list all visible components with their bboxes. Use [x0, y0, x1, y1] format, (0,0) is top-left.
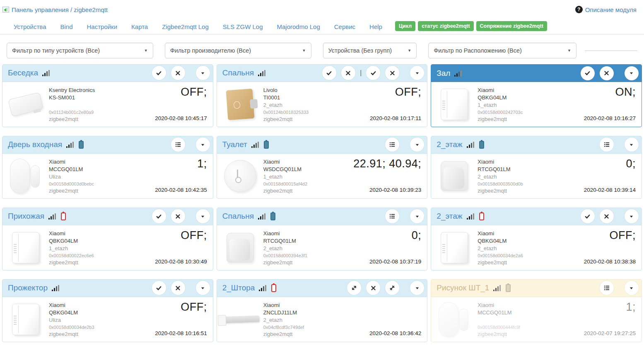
card-title[interactable]: Прихожая [8, 212, 44, 221]
card-title[interactable]: Прожектор [8, 283, 48, 292]
expand-button[interactable] [347, 281, 361, 295]
card-menu-button[interactable] [196, 281, 210, 295]
card-title[interactable]: Дверь входная [8, 140, 62, 149]
card-menu-button[interactable] [196, 138, 210, 152]
list-button[interactable] [600, 138, 614, 152]
card-title[interactable]: Туалет [222, 140, 247, 149]
badge-cycle[interactable]: Цикл [395, 21, 415, 31]
check-button[interactable] [581, 209, 595, 223]
card-title[interactable]: 2_этаж [437, 140, 462, 149]
device-source: zigbee2mqtt [478, 116, 560, 123]
device-info: Xiaomi WSDCGQ01LM 1_etazh 0x00158d00015a… [263, 157, 346, 195]
card-title[interactable]: Зал [437, 69, 450, 78]
tab-zigbee2mqtt-log[interactable]: Zigbee2mqtt Log [155, 19, 216, 36]
device-source: zigbee2mqtt [49, 116, 131, 123]
close-button[interactable] [600, 209, 614, 223]
list-button[interactable] [600, 281, 614, 295]
card-title[interactable]: Спальня [222, 212, 254, 221]
card-title[interactable]: Рисунок ШТ_1 [437, 283, 489, 292]
card-menu-button[interactable] [625, 66, 639, 80]
device-location: 2_etazh [263, 316, 346, 324]
filter-manufacturer[interactable]: Фильтр производителю (Все)▼ [165, 43, 311, 58]
card-menu-button[interactable] [625, 281, 639, 295]
list-button[interactable] [171, 138, 185, 152]
check-button[interactable] [152, 66, 166, 80]
filter-groups[interactable]: Устройства (Без групп)▼ [323, 43, 417, 58]
card-title[interactable]: Спальня [222, 68, 254, 77]
check-icon [156, 285, 162, 291]
card-title[interactable]: 2_Штора [222, 283, 255, 292]
breadcrumb-text[interactable]: Панель управления / zigbee2mqtt [12, 6, 108, 13]
card-menu-button[interactable] [410, 66, 424, 80]
close-button[interactable] [600, 66, 614, 80]
tab-majordomo-log[interactable]: Majorodmo Log [270, 19, 327, 36]
device-model: QBKG04LM [49, 309, 131, 316]
list-icon [389, 142, 395, 147]
card-menu-button[interactable] [196, 66, 210, 80]
badge-pairing-zigbee2mqtt[interactable]: Сопряжение zigbee2mqtt [476, 21, 547, 31]
device-source: zigbee2mqtt [478, 259, 560, 266]
chevron-down-icon [200, 214, 205, 219]
check-button[interactable] [152, 209, 166, 223]
device-info: Xiaomi ZNCLDJ11LM 2_etazh 0x04cf8cdf3c74… [263, 301, 346, 338]
card-menu-button[interactable] [196, 209, 210, 223]
tab-help[interactable]: Help [362, 19, 389, 36]
close-button[interactable] [171, 209, 185, 223]
card-header: Прожектор [2, 280, 213, 297]
list-button[interactable] [385, 209, 399, 223]
device-status: OFF; 2020-02-08 10:16:51 [135, 301, 207, 338]
signal-bars-icon [258, 70, 265, 76]
device-card: 2_этаж Xiaomi QBKG04LM 2_etazh 0x00158d0… [431, 208, 642, 270]
battery-icon [61, 213, 66, 220]
status-value: 0; [412, 229, 422, 242]
status-timestamp: 2020-02-08 10:16:27 [584, 115, 636, 123]
chevron-down-icon [629, 142, 634, 147]
device-status: OFF; 2020-02-08 10:17:11 [350, 86, 421, 123]
card-menu-button[interactable] [625, 138, 639, 152]
card-menu-button[interactable] [410, 138, 424, 152]
close-button[interactable] [385, 66, 399, 80]
card-body: Xiaomi QBKG04LM 2_etazh 0x00158d00034de2… [431, 225, 642, 270]
module-description-link[interactable]: ? Описание модуля [575, 6, 637, 13]
close-button[interactable] [171, 66, 185, 80]
filter-location[interactable]: Фильтр по Расположению (Все)▼ [428, 43, 576, 58]
tab-map[interactable]: Карта [124, 19, 155, 36]
wall-switch-device-image [441, 89, 468, 120]
check-button[interactable] [581, 66, 595, 80]
check-button[interactable] [366, 66, 380, 80]
inline-text-input[interactable] [585, 51, 637, 51]
check-button[interactable] [152, 281, 166, 295]
card-menu-button[interactable] [410, 281, 424, 295]
status-timestamp: 2020-02-08 10:37:19 [369, 258, 421, 266]
card-body: Xiaomi WSDCGQ01LM 1_etazh 0x00158d00015a… [217, 154, 427, 198]
device-model: ZNCLDJ11LM [263, 309, 346, 316]
device-info: Ksentry Electronics KS-SM001 0x01124b001… [49, 86, 131, 123]
tab-service[interactable]: Сервис [327, 19, 362, 36]
card-menu-button[interactable] [625, 209, 639, 223]
close-button[interactable] [341, 66, 355, 80]
check-icon [584, 70, 591, 76]
device-card: Туалет Xiaomi WSDCGQ01LM 1_etazh 0x00158… [217, 136, 428, 199]
close-button[interactable] [366, 281, 380, 295]
check-button[interactable] [322, 66, 336, 80]
filter-device-type-value: Фильтр по типу устройств (Все) [12, 47, 100, 54]
card-title[interactable]: 2_этаж [437, 212, 462, 221]
breadcrumb[interactable]: Панель управления / zigbee2mqtt [2, 6, 108, 13]
close-button[interactable] [171, 281, 185, 295]
tab-devices[interactable]: Устройства [7, 19, 53, 36]
status-timestamp: 2020-02-08 10:36:42 [369, 330, 421, 338]
list-button[interactable] [385, 138, 399, 152]
tab-settings[interactable]: Настройки [80, 19, 125, 36]
collapse-button[interactable] [385, 281, 399, 295]
battery-icon [264, 141, 269, 149]
device-model: TI0001 [263, 94, 346, 101]
door-sensor-device-image [9, 159, 42, 193]
module-description-label[interactable]: Описание модуля [585, 6, 637, 13]
battery-icon [271, 284, 276, 292]
tab-bind[interactable]: Bind [53, 19, 80, 36]
card-title[interactable]: Беседка [8, 68, 38, 77]
card-menu-button[interactable] [410, 209, 424, 223]
badge-status-zigbee2mqtt[interactable]: статус zigbee2mqtt [418, 21, 473, 31]
filter-device-type[interactable]: Фильтр по типу устройств (Все)▼ [7, 43, 153, 58]
tab-sls-zgw-log[interactable]: SLS ZGW Log [216, 19, 270, 36]
